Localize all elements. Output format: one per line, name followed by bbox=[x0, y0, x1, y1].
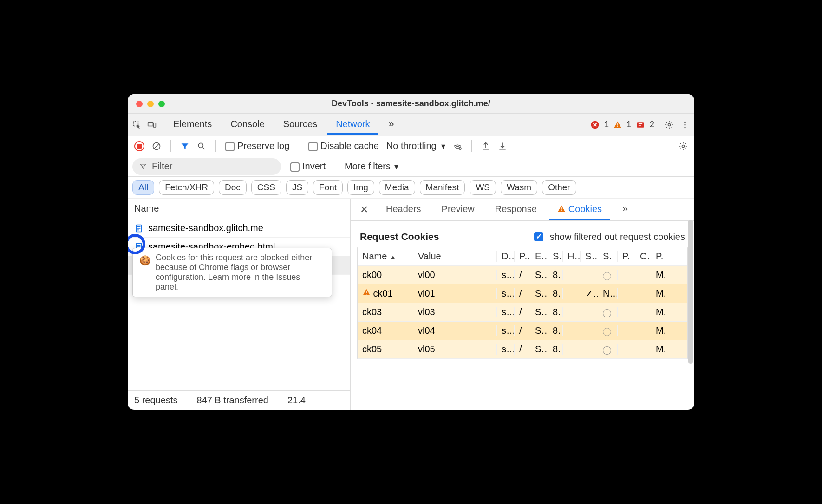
table-row[interactable]: ck01vl01s…/S..8✓.N..M. bbox=[358, 284, 687, 303]
table-cell: 8 bbox=[548, 307, 563, 317]
table-row[interactable]: ck03vl03s…/S..8iM. bbox=[358, 303, 687, 322]
svg-point-7 bbox=[668, 123, 671, 126]
subtab-cookies[interactable]: Cookies bbox=[549, 199, 610, 220]
type-css[interactable]: CSS bbox=[251, 180, 281, 195]
subtab-response[interactable]: Response bbox=[487, 199, 545, 220]
error-icon bbox=[590, 120, 600, 129]
import-har-icon[interactable] bbox=[498, 142, 507, 151]
settings-gear-icon[interactable] bbox=[665, 120, 674, 129]
type-media[interactable]: Media bbox=[379, 180, 415, 195]
col-s3[interactable]: S. bbox=[598, 251, 618, 262]
tab-elements[interactable]: Elements bbox=[165, 115, 220, 135]
sort-asc-icon: ▲ bbox=[390, 253, 396, 261]
type-all[interactable]: All bbox=[132, 180, 154, 195]
type-img[interactable]: Img bbox=[347, 180, 374, 195]
network-conditions-icon[interactable] bbox=[453, 142, 462, 151]
col-d[interactable]: D. bbox=[497, 251, 515, 262]
table-header-row[interactable]: Name▲ Value D. P. E. S. H. S. S. P. C. P… bbox=[358, 247, 687, 266]
table-cell: vl03 bbox=[413, 307, 497, 317]
warning-icon bbox=[613, 121, 622, 129]
issues-count: 2 bbox=[650, 120, 654, 129]
show-filtered-label: show filtered out request cookies bbox=[550, 232, 685, 242]
tab-sources[interactable]: Sources bbox=[275, 115, 326, 135]
export-har-icon[interactable] bbox=[481, 142, 490, 151]
kebab-menu-icon[interactable] bbox=[680, 120, 690, 129]
type-ws[interactable]: WS bbox=[470, 180, 496, 195]
inspect-element-icon[interactable] bbox=[132, 120, 142, 129]
search-icon[interactable] bbox=[197, 142, 206, 151]
warning-icon bbox=[557, 205, 566, 213]
maximize-window-button[interactable] bbox=[158, 101, 165, 107]
more-filters-button[interactable]: More filters ▾ bbox=[345, 161, 398, 172]
table-row[interactable]: ck00vl00s…/S..8iM. bbox=[358, 266, 687, 284]
info-icon: i bbox=[603, 309, 611, 317]
close-window-button[interactable] bbox=[136, 101, 143, 107]
more-subtabs-button[interactable]: » bbox=[614, 199, 636, 220]
tab-network[interactable]: Network bbox=[327, 115, 378, 135]
disable-cache-checkbox[interactable]: Disable cache bbox=[308, 141, 379, 151]
close-detail-button[interactable]: ✕ bbox=[354, 204, 374, 216]
type-wasm[interactable]: Wasm bbox=[501, 180, 537, 195]
table-cell: S.. bbox=[530, 325, 548, 336]
table-row[interactable]: ck05vl05s…/S..8iM. bbox=[358, 340, 687, 359]
tab-console[interactable]: Console bbox=[222, 115, 273, 135]
invert-checkbox[interactable]: Invert bbox=[290, 161, 326, 172]
table-cell: ck00 bbox=[358, 270, 413, 280]
network-toolbar: Preserve log Disable cache No throttling… bbox=[128, 136, 694, 156]
table-cell: S.. bbox=[530, 307, 548, 317]
subtab-preview[interactable]: Preview bbox=[433, 199, 483, 220]
clear-button[interactable] bbox=[152, 142, 161, 151]
svg-point-8 bbox=[684, 121, 685, 123]
transferred-bytes: 847 B transferred bbox=[196, 395, 268, 406]
table-cell: S.. bbox=[530, 344, 548, 355]
detail-panel: ✕ Headers Preview Response Cookies » Req… bbox=[351, 199, 694, 410]
table-cell: i bbox=[598, 344, 618, 355]
table-cell: vl01 bbox=[413, 288, 497, 299]
cookie-icon: 🍪 bbox=[139, 253, 151, 268]
window-title: DevTools - samesite-sandbox.glitch.me/ bbox=[128, 99, 694, 109]
issue-badges[interactable]: 1 1 2 bbox=[590, 120, 663, 129]
tooltip-text: Cookies for this request are blocked eit… bbox=[156, 253, 325, 292]
throttling-select[interactable]: No throttling ▾ bbox=[386, 141, 445, 151]
cookies-table: Name▲ Value D. P. E. S. H. S. S. P. C. P… bbox=[357, 247, 688, 359]
type-doc[interactable]: Doc bbox=[219, 180, 247, 195]
issues-icon bbox=[636, 120, 645, 129]
col-p3[interactable]: P. bbox=[651, 251, 687, 262]
detail-subtabs: ✕ Headers Preview Response Cookies » bbox=[351, 199, 694, 221]
table-cell: M. bbox=[651, 307, 687, 317]
filter-bar: Filter Invert More filters ▾ bbox=[128, 156, 694, 177]
type-js[interactable]: JS bbox=[286, 180, 308, 195]
preserve-log-checkbox[interactable]: Preserve log bbox=[225, 141, 289, 151]
col-c[interactable]: C. bbox=[635, 251, 651, 262]
minimize-window-button[interactable] bbox=[147, 101, 154, 107]
request-name: samesite-sandbox.glitch.me bbox=[148, 223, 263, 233]
type-font[interactable]: Font bbox=[313, 180, 343, 195]
record-button[interactable] bbox=[134, 141, 144, 151]
filter-toggle-icon[interactable] bbox=[180, 142, 189, 151]
scrollbar[interactable] bbox=[688, 220, 693, 364]
col-h[interactable]: H. bbox=[563, 251, 581, 262]
svg-rect-20 bbox=[561, 210, 562, 211]
subtab-headers[interactable]: Headers bbox=[378, 199, 430, 220]
type-manifest[interactable]: Manifest bbox=[420, 180, 465, 195]
col-s2[interactable]: S. bbox=[581, 251, 598, 262]
col-p2[interactable]: P. bbox=[618, 251, 635, 262]
col-p[interactable]: P. bbox=[515, 251, 530, 262]
request-list-header[interactable]: Name bbox=[128, 199, 350, 219]
col-s[interactable]: S. bbox=[548, 251, 563, 262]
table-row[interactable]: ck04vl04s…/S..8iM. bbox=[358, 322, 687, 340]
svg-rect-5 bbox=[617, 126, 618, 127]
more-tabs-button[interactable]: » bbox=[380, 114, 403, 135]
col-value[interactable]: Value bbox=[413, 251, 497, 262]
network-settings-gear-icon[interactable] bbox=[678, 142, 688, 151]
type-other[interactable]: Other bbox=[542, 180, 576, 195]
type-fetchxhr[interactable]: Fetch/XHR bbox=[159, 180, 214, 195]
filter-input[interactable]: Filter bbox=[132, 158, 281, 175]
svg-point-12 bbox=[198, 143, 203, 148]
col-e[interactable]: E. bbox=[530, 251, 548, 262]
info-icon: i bbox=[603, 272, 611, 280]
show-filtered-checkbox[interactable]: show filtered out request cookies bbox=[534, 232, 685, 242]
device-toolbar-icon[interactable] bbox=[147, 120, 157, 129]
table-cell: ck01 bbox=[358, 288, 413, 299]
request-row[interactable]: samesite-sandbox.glitch.me bbox=[128, 219, 350, 238]
